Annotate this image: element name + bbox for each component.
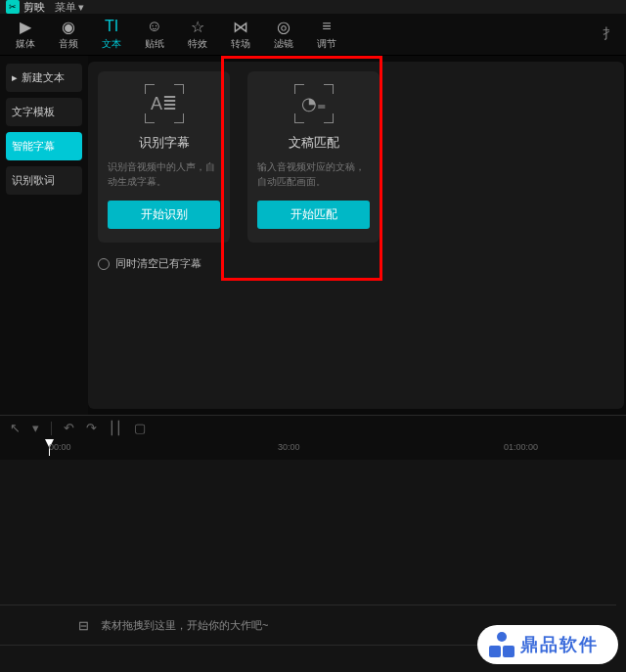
sidepanel: ▸新建文本 文字模板 智能字幕 识别歌词 — [0, 56, 88, 415]
undo-icon[interactable]: ↶ — [64, 421, 74, 435]
watermark-logo-icon — [489, 632, 514, 657]
crop-icon[interactable]: ▢ — [134, 421, 146, 435]
transition-icon: ⋈ — [233, 18, 248, 35]
split-icon[interactable]: ⎮⎮ — [109, 421, 122, 435]
titlebar: 剪映 菜单 ▾ — [0, 0, 626, 14]
toolbar-more[interactable]: 扌 — [603, 25, 622, 43]
clear-caption-option[interactable]: 同时清空已有字幕 — [98, 256, 614, 271]
workspace: ▸新建文本 文字模板 智能字幕 识别歌词 A≣ 识别字幕 识别音视频中的人声，自… — [0, 56, 626, 415]
ruler-mark: 30:00 — [278, 442, 300, 452]
card-title: 文稿匹配 — [289, 134, 339, 152]
sidebar-item-text-template[interactable]: 文字模板 — [6, 98, 82, 126]
timeline-placeholder: 素材拖拽到这里，开始你的大作吧~ — [101, 618, 268, 633]
text-icon: TI — [105, 18, 118, 35]
start-match-button[interactable]: 开始匹配 — [257, 201, 370, 229]
redo-icon[interactable]: ↷ — [86, 421, 97, 435]
tab-filter[interactable]: ◎滤镜 — [262, 18, 305, 51]
audio-icon: ◉ — [62, 18, 75, 35]
timeline-ruler[interactable]: 00:00 30:00 01:00:00 — [0, 440, 626, 460]
app-name: 剪映 — [23, 0, 45, 15]
toggle-icon[interactable]: ▾ — [32, 421, 39, 435]
app-logo: 剪映 — [6, 0, 45, 15]
media-icon: ▶ — [20, 18, 31, 35]
card-desc: 识别音视频中的人声，自动生成字幕。 — [108, 159, 220, 189]
menu-dropdown[interactable]: 菜单 ▾ — [55, 0, 84, 15]
card-title: 识别字幕 — [139, 134, 190, 152]
card-desc: 输入音视频对应的文稿，自动匹配画面。 — [257, 159, 370, 189]
sidebar-item-lyrics[interactable]: 识别歌词 — [6, 166, 82, 195]
adjust-icon: ≡ — [322, 18, 331, 35]
card-script-match: ◔₌ 文稿匹配 输入音视频对应的文稿，自动匹配画面。 开始匹配 — [247, 71, 380, 243]
start-recognize-button[interactable]: 开始识别 — [108, 201, 220, 229]
filter-icon: ◎ — [277, 18, 291, 35]
watermark-badge: 鼎品软件 — [477, 625, 618, 664]
triangle-right-icon: ▸ — [12, 71, 18, 84]
ruler-mark: 01:00:00 — [504, 442, 538, 452]
tab-sticker[interactable]: ☺贴纸 — [133, 18, 176, 51]
sticker-icon: ☺ — [147, 18, 162, 35]
sidebar-item-smart-caption[interactable]: 智能字幕 — [6, 132, 82, 160]
card-recognize-caption: A≣ 识别字幕 识别音视频中的人声，自动生成字幕。 开始识别 — [98, 71, 230, 243]
radio-icon — [98, 258, 110, 270]
sidebar-item-new-text[interactable]: ▸新建文本 — [6, 64, 82, 92]
recognize-icon: A≣ — [146, 85, 183, 122]
timeline-toolbar: ↖ ▾ ↶ ↷ ⎮⎮ ▢ — [0, 415, 626, 440]
tab-transition[interactable]: ⋈转场 — [219, 18, 262, 51]
effects-icon: ☆ — [191, 18, 204, 35]
tab-audio[interactable]: ◉音频 — [47, 18, 90, 51]
main-toolbar: ▶媒体 ◉音频 TI文本 ☺贴纸 ☆特效 ⋈转场 ◎滤镜 ≡调节 扌 — [0, 14, 626, 56]
logo-icon — [6, 0, 20, 14]
tab-media[interactable]: ▶媒体 — [4, 18, 47, 51]
tab-effects[interactable]: ☆特效 — [176, 18, 219, 51]
tab-adjust[interactable]: ≡调节 — [305, 18, 348, 51]
ruler-mark: 00:00 — [49, 442, 71, 452]
film-icon: ⊟ — [78, 618, 89, 633]
script-match-icon: ◔₌ — [295, 85, 333, 122]
chevron-down-icon: ▾ — [78, 1, 84, 14]
content-area: A≣ 识别字幕 识别音视频中的人声，自动生成字幕。 开始识别 ◔₌ 文稿匹配 输… — [88, 62, 624, 409]
cursor-tool-icon[interactable]: ↖ — [10, 421, 21, 435]
tab-text[interactable]: TI文本 — [90, 18, 133, 51]
